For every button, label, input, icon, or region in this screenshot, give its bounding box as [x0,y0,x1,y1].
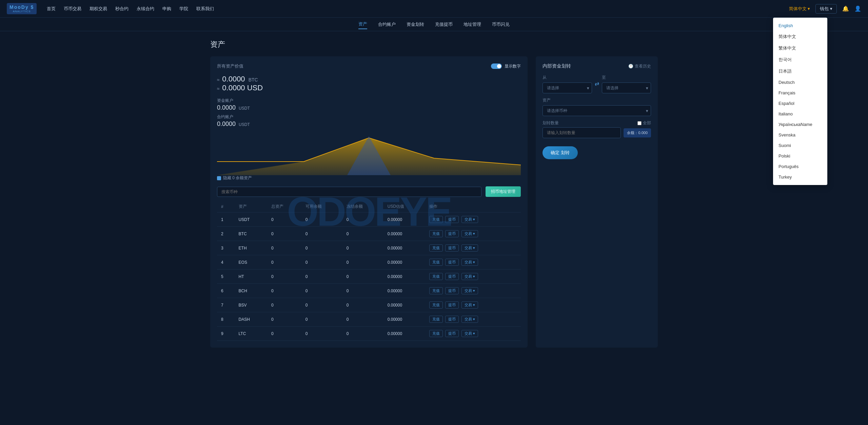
lang-option-simplified[interactable]: 简体中文 [773,31,827,42]
to-select[interactable]: 请选择 [602,82,651,93]
swap-icon[interactable]: ⇄ [595,80,599,87]
table-row: 8 DASH 0 0 0 0.00000 充值 提币 交易 ▾ [217,312,521,327]
exchange-button[interactable]: 交易 ▾ [461,244,478,252]
nav-perpetual[interactable]: 永续合约 [137,4,154,13]
hide-zero-label: 隐藏 0 余额资产 [223,175,252,181]
cell-asset: HT [235,270,267,284]
all-checkbox-input[interactable] [637,121,642,125]
withdraw-button[interactable]: 提币 [445,287,459,294]
nav-options[interactable]: 期权交易 [90,4,107,13]
withdraw-button[interactable]: 提币 [445,273,459,280]
deposit-button[interactable]: 充值 [429,287,443,294]
cell-actions: 充值 提币 交易 ▾ [425,255,521,270]
nav-subscribe[interactable]: 申购 [162,4,171,13]
nav-home[interactable]: 首页 [47,4,56,13]
deposit-button[interactable]: 充值 [429,301,443,309]
lang-option-japanese[interactable]: 日本語 [773,66,827,77]
second-nav: 资产 合约账户 资金划转 充值提币 地址管理 币币闪兑 [0,18,868,31]
amount-input[interactable] [542,127,621,138]
cell-asset: USDT [235,212,267,227]
table-row: 5 HT 0 0 0 0.00000 充值 提币 交易 ▾ [217,270,521,284]
exchange-button[interactable]: 交易 ▾ [461,301,478,309]
lang-option-korean[interactable]: 한국어 [773,54,827,66]
display-numbers-toggle[interactable] [491,63,502,69]
deposit-button[interactable]: 充值 [429,316,443,323]
nav-contract-account[interactable]: 合约账户 [378,20,396,29]
lang-option-italian[interactable]: Italiano [773,109,827,119]
deposit-button[interactable]: 充值 [429,244,443,252]
exchange-button[interactable]: 交易 ▾ [461,259,478,266]
nav-flash-swap[interactable]: 币币闪兑 [492,20,510,29]
lang-option-english[interactable]: English [773,20,827,31]
lang-option-turkey[interactable]: Turkey [773,172,827,182]
exchange-button[interactable]: 交易 ▾ [461,330,478,337]
cell-available: 0 [301,327,342,341]
withdraw-button[interactable]: 提币 [445,330,459,337]
nav-second[interactable]: 秒合约 [115,4,129,13]
lang-option-swedish[interactable]: Svenska [773,130,827,140]
hide-zero-checkbox[interactable] [217,176,221,180]
history-link[interactable]: 🕐 查看历史 [628,63,651,69]
withdraw-button[interactable]: 提币 [445,259,459,266]
asset-select[interactable]: 请选择币种 [542,105,651,116]
exchange-button[interactable]: 交易 ▾ [461,216,478,223]
lang-option-traditional[interactable]: 繁体中文 [773,42,827,54]
cell-num: 3 [217,241,235,255]
cell-asset: BTC [235,227,267,241]
lang-option-ukrainian[interactable]: УкраїнськаName [773,119,827,130]
nav-fund-transfer[interactable]: 资金划转 [407,20,424,29]
exchange-button[interactable]: 交易 ▾ [461,316,478,323]
cell-usd: 0.00000 [383,298,425,312]
deposit-button[interactable]: 充值 [429,230,443,237]
cell-frozen: 0 [342,312,383,327]
from-select[interactable]: 请选择 [542,82,592,93]
fund-account-label: 资金账户 [217,98,521,104]
nav-contact[interactable]: 联系我们 [196,4,214,13]
cell-available: 0 [301,270,342,284]
history-link-text: 查看历史 [635,63,651,69]
nav-spot[interactable]: 币币交易 [64,4,81,13]
coin-address-button[interactable]: 招币地址管理 [486,186,521,197]
withdraw-button[interactable]: 提币 [445,230,459,237]
left-panel: 所有资产价值 显示数字 ≈ 0.0000 BTC ≈ 0.0000 USD [210,56,528,348]
nav-address[interactable]: 地址管理 [463,20,481,29]
col-total: 总资产 [267,201,301,212]
cell-frozen: 0 [342,255,383,270]
deposit-button[interactable]: 充值 [429,259,443,266]
cell-num: 4 [217,255,235,270]
wallet-button[interactable]: 钱包 ▾ [815,4,837,14]
withdraw-button[interactable]: 提币 [445,244,459,252]
withdraw-button[interactable]: 提币 [445,216,459,223]
exchange-button[interactable]: 交易 ▾ [461,287,478,294]
btc-value-row: ≈ 0.0000 BTC [217,75,521,84]
user-icon[interactable]: 👤 [854,5,861,12]
exchange-button[interactable]: 交易 ▾ [461,273,478,280]
nav-assets[interactable]: 资产 [358,20,367,29]
right-panel-header: 内部资金划转 🕐 查看历史 [542,63,651,69]
deposit-button[interactable]: 充值 [429,273,443,280]
deposit-button[interactable]: 充值 [429,330,443,337]
exchange-button[interactable]: 交易 ▾ [461,230,478,237]
search-input[interactable] [217,187,481,197]
cell-available: 0 [301,284,342,298]
deposit-button[interactable]: 充值 [429,216,443,223]
lang-option-finnish[interactable]: Suomi [773,140,827,151]
language-button[interactable]: 简体中文 ▾ [789,6,810,12]
lang-option-deutsch[interactable]: Deutsch [773,77,827,88]
all-label: 全部 [643,120,651,126]
cell-actions: 充值 提币 交易 ▾ [425,241,521,255]
lang-option-portuguese[interactable]: Português [773,161,827,172]
withdraw-button[interactable]: 提币 [445,301,459,309]
nav-academy[interactable]: 学院 [179,4,188,13]
col-usd: USD估值 [383,201,425,212]
nav-deposit-withdraw[interactable]: 充值提币 [435,20,453,29]
lang-option-french[interactable]: Français [773,88,827,98]
withdraw-button[interactable]: 提币 [445,316,459,323]
approx-prefix-usd: ≈ [217,86,220,91]
logo: MooDy $ ANALYTICS [7,3,37,14]
bell-icon[interactable]: 🔔 [842,5,849,12]
lang-option-polish[interactable]: Polski [773,151,827,161]
lang-option-spanish[interactable]: Español [773,98,827,109]
confirm-transfer-button[interactable]: 确定 划转 [542,146,578,159]
cell-usd: 0.00000 [383,312,425,327]
